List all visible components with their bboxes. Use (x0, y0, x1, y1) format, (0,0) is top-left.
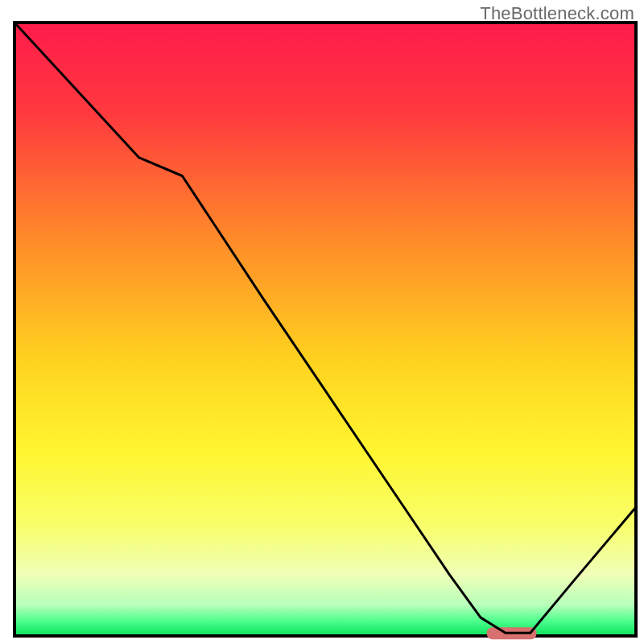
chart-container: TheBottleneck.com (0, 0, 644, 644)
bottleneck-chart (0, 0, 644, 644)
gradient-background (14, 23, 636, 636)
watermark-text: TheBottleneck.com (480, 3, 634, 24)
